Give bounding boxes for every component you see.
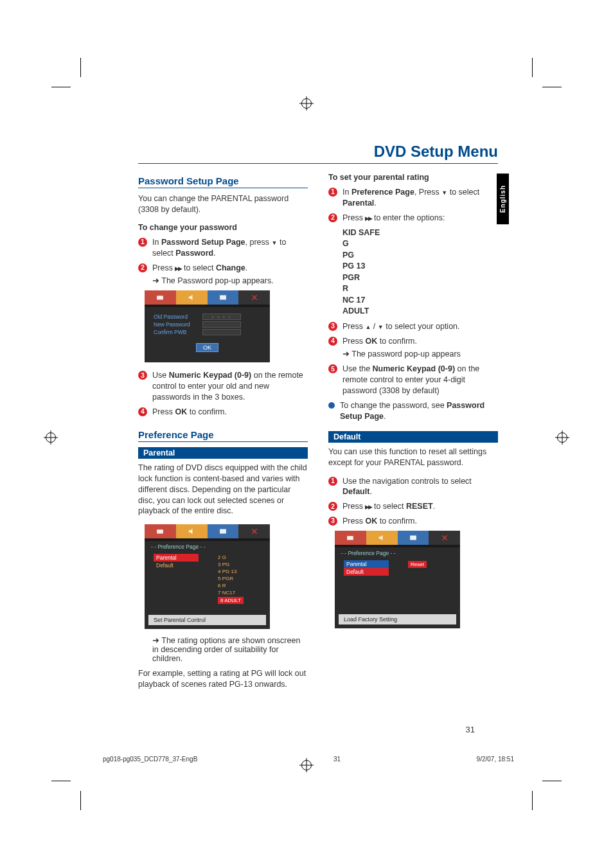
rating-g: G <box>342 238 498 250</box>
rating-note-bullet: To change the password, see Password Set… <box>328 400 498 422</box>
subheading-set-rating: To set your parental rating <box>328 173 498 182</box>
right-column: To set your parental rating 1 In Prefere… <box>328 173 498 698</box>
svg-rect-7 <box>220 529 226 534</box>
step-badge-1: 1 <box>328 188 337 197</box>
page-title: DVD Setup Menu <box>138 143 498 164</box>
text: Press <box>152 407 175 416</box>
section-bar-default: Default <box>328 431 498 443</box>
pw-step-3: 3 Use Numeric Keypad (0-9) on the remote… <box>138 370 308 403</box>
default-step-2: 2 Press to select RESET. <box>328 501 498 512</box>
step-badge-3: 3 <box>328 517 337 526</box>
text-bold: Parental <box>342 199 374 208</box>
footer-filename: pg018-pg035_DCD778_37-EngB <box>103 756 197 763</box>
text-bold: OK <box>365 337 377 346</box>
svg-marker-11 <box>379 535 383 540</box>
osd-rating-item: 4 PG 13 <box>218 568 261 575</box>
text-bold: RESET <box>406 502 433 511</box>
osd-tab-general-icon <box>145 524 176 538</box>
osd-field-old-password: · · · · <box>202 314 241 320</box>
down-arrow-icon <box>441 188 447 197</box>
print-footer: pg018-pg035_DCD778_37-EngB 31 9/2/07, 18… <box>103 756 514 763</box>
rating-kid-safe: KID SAFE <box>342 227 498 239</box>
pw-step-1: 1 In Password Setup Page, press to selec… <box>138 237 308 259</box>
osd-ok-button: OK <box>196 343 218 352</box>
text-bold: Change <box>216 263 245 272</box>
osd-label-confirm-password: Confirm PWB <box>154 329 199 335</box>
osd-field-confirm-password <box>202 329 241 335</box>
osd-tab-video-icon <box>208 524 239 538</box>
osd-rating-item: 3 PG <box>218 561 261 568</box>
text: Use the <box>342 364 373 373</box>
osd-caption: Set Parental Control <box>148 615 266 625</box>
osd-rating-item: 6 R <box>218 582 261 589</box>
osd-password-dialog: Old Password· · · · New Password Confirm… <box>145 290 270 362</box>
step-badge-2: 2 <box>328 502 337 511</box>
text: . <box>245 263 247 272</box>
text: . <box>433 502 435 511</box>
rating-nc17: NC 17 <box>342 295 498 306</box>
rating-pg13: PG 13 <box>342 261 498 272</box>
svg-rect-2 <box>220 296 226 300</box>
rating-step-4: 4 Press OK to confirm. <box>328 336 498 347</box>
parental-intro: The rating of DVD discs equipped with th… <box>138 463 308 517</box>
rating-step-1: 1 In Preference Page, Press to select Pa… <box>328 187 498 209</box>
left-column: Password Setup Page You can change the P… <box>138 173 308 698</box>
svg-marker-1 <box>189 295 193 300</box>
text: In <box>342 188 351 197</box>
text: , Press <box>414 188 441 197</box>
text: to confirm. <box>377 337 417 346</box>
osd-left-item-default: Default <box>154 562 199 569</box>
rating-step-3: 3 Press / to select your option. <box>328 321 498 332</box>
heading-password-setup: Password Setup Page <box>138 175 308 188</box>
rating-step-4-result: The password pop-up appears <box>328 349 498 359</box>
rating-note: The rating options are shown onscreen in… <box>138 635 308 663</box>
language-tab: English <box>497 173 509 224</box>
text: Press <box>342 337 365 346</box>
text: / <box>371 322 377 331</box>
rating-adult: ADULT <box>342 306 498 317</box>
fast-forward-icon <box>365 502 371 511</box>
osd-tab-audio-icon <box>176 290 208 305</box>
text: To change the password, see <box>340 401 447 410</box>
step-badge-2: 2 <box>138 263 147 272</box>
osd-caption: Load Factory Setting <box>339 614 456 624</box>
rating-options-list: KID SAFE G PG PG 13 PGR R NC 17 ADULT <box>342 227 498 317</box>
step-badge-1: 1 <box>138 238 147 247</box>
osd-tab-video-icon <box>398 531 429 545</box>
text: . <box>384 412 386 421</box>
osd-left-item-parental: Parental <box>154 554 199 562</box>
rating-pgr: PGR <box>342 272 498 284</box>
text: Press <box>342 502 365 511</box>
pw-step-4: 4 Press OK to confirm. <box>138 407 308 418</box>
text: In <box>152 238 161 247</box>
subheading-change-password: To change your password <box>138 223 308 232</box>
osd-rating-item: 7 NC17 <box>218 589 261 596</box>
page-number: 31 <box>466 725 475 734</box>
svg-rect-0 <box>157 296 163 300</box>
text-bold: Password Setup Page <box>161 238 245 247</box>
rating-example: For example, setting a rating at PG will… <box>138 668 308 690</box>
osd-left-item-parental: Parental <box>344 560 389 568</box>
svg-rect-12 <box>410 536 416 540</box>
osd-label-new-password: New Password <box>154 321 199 328</box>
osd-title: - - Preference Page - - <box>145 541 270 553</box>
text-bold: Default <box>342 487 369 496</box>
osd-title: - - Preference Page - - <box>335 547 460 559</box>
rating-r: R <box>342 283 498 295</box>
text-bold: OK <box>365 517 377 526</box>
text: Press <box>342 213 365 222</box>
down-arrow-icon <box>378 322 384 331</box>
osd-tab-audio-icon <box>176 524 208 538</box>
text: to select <box>447 188 479 197</box>
step-badge-2: 2 <box>328 213 337 222</box>
fast-forward-icon <box>175 263 181 272</box>
osd-field-new-password <box>202 321 241 328</box>
default-step-3: 3 Press OK to confirm. <box>328 516 498 527</box>
text-bold: Password <box>175 249 213 258</box>
svg-marker-6 <box>189 529 193 534</box>
step-badge-5: 5 <box>328 364 337 373</box>
footer-page: 31 <box>333 756 341 763</box>
text: to confirm. <box>187 407 227 416</box>
text: Use the navigation controls to select <box>342 477 472 486</box>
text: . <box>213 249 215 258</box>
